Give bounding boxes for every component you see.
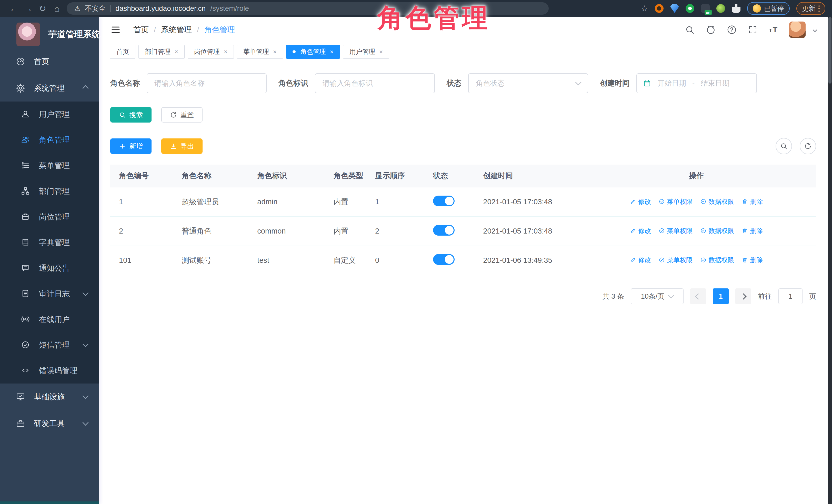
hamburger-icon[interactable] [110, 24, 121, 35]
circle-check-icon [700, 228, 706, 234]
pagination: 共 3 条 10条/页 1 前往 页 [110, 288, 816, 304]
role-status-select[interactable]: 角色状态 [468, 73, 588, 93]
data-permission-link[interactable]: 数据权限 [700, 256, 734, 264]
browser-forward-icon[interactable]: → [21, 4, 35, 14]
sidebar-item-label: 在线用户 [39, 314, 70, 325]
bookmark-star-icon[interactable]: ☆ [641, 4, 648, 13]
tab-dept[interactable]: 部门管理× [138, 45, 185, 59]
breadcrumb-home[interactable]: 首页 [133, 25, 149, 35]
refresh-table-button[interactable] [800, 138, 816, 154]
cell-created: 2021-01-06 13:49:35 [478, 246, 577, 275]
total-count: 共 3 条 [602, 292, 624, 301]
extension-icon-blue-gem[interactable] [670, 4, 679, 13]
page-size-select[interactable]: 10条/页 [631, 288, 683, 304]
edit-link[interactable]: 修改 [630, 197, 651, 206]
extension-icon-green-monkey[interactable] [717, 4, 725, 13]
tab-menu[interactable]: 菜单管理× [237, 45, 283, 59]
browser-menu-icon[interactable] [818, 5, 820, 12]
avatar[interactable] [789, 22, 806, 38]
profile-emoji-icon [753, 4, 761, 12]
page-scrollbar[interactable] [828, 17, 832, 504]
sidebar-item-infrastructure[interactable]: 基础设施 [0, 383, 99, 410]
sidebar-item-home[interactable]: 首页 [0, 48, 99, 75]
sidebar-item-menu-management[interactable]: 菜单管理 [0, 153, 99, 179]
role-name-input[interactable] [147, 73, 267, 93]
search-icon[interactable] [685, 25, 695, 35]
browser-back-icon[interactable]: ← [7, 4, 21, 14]
add-button[interactable]: 新增 [110, 138, 152, 154]
tab-home[interactable]: 首页 [110, 45, 135, 59]
status-toggle[interactable] [433, 225, 454, 236]
sidebar-item-user-management[interactable]: 用户管理 [0, 102, 99, 127]
sidebar-item-dept-management[interactable]: 部门管理 [0, 179, 99, 204]
app-logo[interactable]: 芋道管理系统 [0, 17, 99, 48]
close-icon[interactable]: × [224, 49, 228, 55]
extension-on-badge: on [705, 10, 712, 15]
menu-permission-link[interactable]: 菜单权限 [659, 197, 693, 206]
sidebar-item-sms-management[interactable]: 短信管理 [0, 332, 99, 358]
chevron-right-icon [740, 293, 746, 299]
extension-icon-green-shield[interactable] [685, 4, 694, 13]
export-button[interactable]: 导出 [161, 138, 203, 154]
edit-link[interactable]: 修改 [630, 256, 651, 264]
profile-paused-pill[interactable]: 已暂停 [747, 2, 790, 15]
sidebar-item-audit-log[interactable]: 审计日志 [0, 281, 99, 307]
goto-page-input[interactable] [778, 288, 803, 304]
sidebar-nav: 首页 系统管理 用户管理 角色管理 菜单管理 [0, 48, 99, 437]
breadcrumb-separator: / [197, 25, 199, 34]
extension-icon-tampermonkey[interactable]: on [701, 4, 710, 13]
github-icon[interactable] [706, 25, 716, 35]
code-icon [21, 366, 30, 375]
search-button[interactable]: 搜索 [110, 107, 152, 123]
filter-status: 状态 角色状态 [447, 73, 588, 93]
browser-update-button[interactable]: 更新 [796, 2, 825, 15]
close-icon[interactable]: × [379, 49, 383, 55]
col-created: 创建时间 [478, 165, 577, 187]
reset-button[interactable]: 重置 [161, 107, 203, 123]
fullscreen-icon[interactable] [748, 25, 758, 35]
prev-page-button[interactable] [690, 288, 706, 304]
status-toggle[interactable] [433, 254, 454, 265]
sidebar-item-dict-management[interactable]: 字典管理 [0, 230, 99, 255]
help-icon[interactable] [727, 25, 737, 35]
data-permission-link[interactable]: 数据权限 [700, 227, 734, 235]
sidebar-item-system-management[interactable]: 系统管理 [0, 75, 99, 102]
toggle-search-button[interactable] [776, 138, 792, 154]
page-unit-label: 页 [809, 292, 816, 301]
delete-link[interactable]: 删除 [742, 256, 763, 264]
sidebar-item-post-management[interactable]: 岗位管理 [0, 204, 99, 230]
font-size-icon[interactable]: TT [769, 25, 778, 34]
status-toggle[interactable] [433, 195, 454, 206]
breadcrumb-system[interactable]: 系统管理 [161, 25, 192, 35]
extensions-puzzle-icon[interactable] [732, 4, 740, 13]
date-range-picker[interactable]: 开始日期 - 结束日期 [636, 73, 757, 93]
cell-created: 2021-01-05 17:03:48 [478, 217, 577, 246]
menu-permission-link[interactable]: 菜单权限 [659, 256, 693, 264]
browser-reload-icon[interactable]: ↻ [35, 3, 50, 14]
close-icon[interactable]: × [273, 49, 277, 55]
role-key-input[interactable] [315, 73, 435, 93]
extension-icon-orange[interactable] [655, 4, 664, 13]
close-icon[interactable]: × [330, 49, 334, 55]
browser-home-icon[interactable]: ⌂ [50, 4, 64, 14]
delete-link[interactable]: 删除 [742, 197, 763, 206]
sidebar-item-label: 审计日志 [39, 289, 70, 299]
menu-permission-link[interactable]: 菜单权限 [659, 227, 693, 235]
sidebar-item-errorcode-management[interactable]: 错误码管理 [0, 358, 99, 383]
tab-user[interactable]: 用户管理× [343, 45, 389, 59]
tab-post[interactable]: 岗位管理× [188, 45, 234, 59]
delete-link[interactable]: 删除 [742, 227, 763, 235]
close-icon[interactable]: × [175, 49, 178, 55]
sidebar-item-dev-tools[interactable]: 研发工具 [0, 410, 99, 437]
col-role-id: 角色编号 [110, 165, 177, 187]
data-permission-link[interactable]: 数据权限 [700, 197, 734, 206]
tab-role[interactable]: 角色管理× [286, 45, 340, 59]
scrollbar-thumb[interactable] [828, 17, 831, 84]
avatar-caret-icon[interactable] [812, 27, 817, 32]
current-page-button[interactable]: 1 [713, 288, 729, 304]
edit-link[interactable]: 修改 [630, 227, 651, 235]
sidebar-item-notice[interactable]: 通知公告 [0, 255, 99, 281]
next-page-button[interactable] [735, 288, 751, 304]
sidebar-item-online-users[interactable]: 在线用户 [0, 307, 99, 332]
sidebar-item-role-management[interactable]: 角色管理 [0, 127, 99, 153]
